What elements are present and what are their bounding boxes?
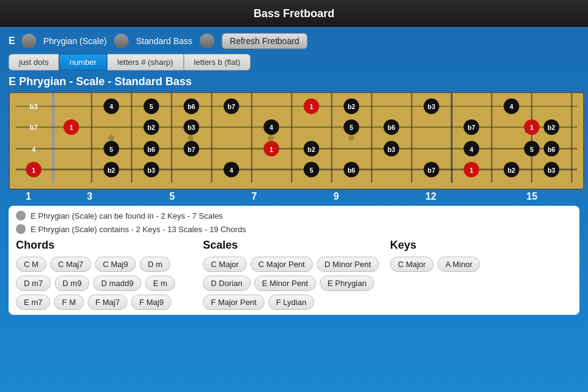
svg-text:b3: b3 [428, 103, 435, 110]
svg-text:b6: b6 [148, 146, 156, 153]
app-title: Bass Fretboard [254, 7, 334, 20]
tab-row: just dots number letters # (sharp) lette… [9, 54, 579, 70]
svg-text:b6: b6 [347, 167, 355, 174]
svg-text:1: 1 [309, 103, 313, 110]
info-row-2: E Phrygian (Scale) contains - 2 Keys - 1… [16, 224, 572, 234]
info-dot-2 [16, 224, 26, 234]
scale-tag[interactable]: D Minor Pent [317, 257, 379, 272]
svg-text:5: 5 [530, 146, 533, 153]
svg-text:4: 4 [32, 145, 36, 153]
scale-tag[interactable]: F Lydian [268, 295, 314, 310]
chords-column: Chords C M C Maj7 C Maj9 D m D m7 D m9 D… [16, 239, 198, 310]
chord-tag[interactable]: F Maj7 [88, 295, 128, 310]
tab-just-dots[interactable]: just dots [9, 54, 59, 70]
svg-text:b2: b2 [548, 124, 556, 131]
scale-label: Phrygian (Scale) [43, 36, 107, 46]
svg-text:b2: b2 [148, 124, 156, 131]
svg-point-21 [349, 135, 355, 141]
svg-text:b7: b7 [428, 167, 435, 174]
controls-row: E Phrygian (Scale) Standard Bass Refresh… [9, 33, 579, 49]
svg-text:b2: b2 [347, 103, 355, 110]
scale-tag[interactable]: C Major [203, 257, 247, 272]
svg-text:1: 1 [470, 167, 473, 174]
svg-text:4: 4 [510, 103, 513, 110]
info-row-1: E Phrygian (Scale) can be found in - 2 K… [16, 211, 572, 221]
key-tag[interactable]: C Major [390, 257, 434, 272]
chord-tag[interactable]: D m9 [55, 276, 89, 291]
svg-text:b7: b7 [29, 123, 38, 131]
svg-text:b3: b3 [29, 102, 38, 110]
svg-text:5: 5 [110, 146, 113, 153]
fret-num-3: 3 [48, 191, 131, 202]
svg-text:4: 4 [110, 103, 113, 110]
chord-tag[interactable]: C Maj9 [95, 257, 136, 272]
chord-tag[interactable]: C M [16, 257, 47, 272]
scale-title: E Phrygian - Scale - Standard Bass [9, 75, 579, 88]
svg-text:b6: b6 [388, 124, 396, 131]
scale-tag[interactable]: E Minor Pent [254, 276, 316, 291]
refresh-button[interactable]: Refresh Fretboard [222, 33, 307, 49]
fret-num-1: 1 [9, 191, 48, 202]
svg-text:b7: b7 [227, 103, 235, 110]
scale-tag[interactable]: D Dorian [203, 276, 250, 291]
svg-text:b2: b2 [307, 146, 315, 153]
svg-text:b3: b3 [388, 146, 396, 153]
scales-title: Scales [203, 239, 385, 252]
fret-num-15: 15 [484, 191, 579, 202]
keys-tags: C Major A Minor [390, 257, 572, 272]
scale-tag[interactable]: F Major Pent [203, 295, 264, 310]
fretboard: b3 4 5 b6 b7 1 b2 b3 4 b7 [9, 92, 579, 190]
chord-tag[interactable]: E m [145, 276, 175, 291]
chord-tag[interactable]: E m7 [16, 295, 50, 310]
info-dot-1 [16, 211, 26, 221]
info-section: E Phrygian (Scale) can be found in - 2 K… [9, 206, 579, 315]
chord-tag[interactable]: D m7 [16, 276, 51, 291]
fret-num-5: 5 [131, 191, 213, 202]
key-toggle[interactable] [21, 34, 36, 48]
svg-text:1: 1 [270, 146, 273, 153]
keys-title: Keys [390, 239, 572, 252]
keys-column: Keys C Major A Minor [390, 239, 572, 310]
chord-tag[interactable]: F M [54, 295, 83, 310]
svg-text:4: 4 [230, 167, 233, 174]
key-label: E [9, 36, 15, 47]
svg-text:5: 5 [309, 167, 313, 174]
tab-number[interactable]: number [59, 54, 107, 70]
chords-title: Chords [16, 239, 198, 252]
main-content: E Phrygian (Scale) Standard Bass Refresh… [0, 27, 588, 392]
tab-letters-flat[interactable]: letters b (flat) [184, 54, 251, 70]
svg-text:b2: b2 [508, 167, 516, 174]
chord-tag[interactable]: D m [140, 257, 170, 272]
chord-tag[interactable]: D madd9 [93, 276, 141, 291]
tuning-toggle[interactable] [200, 34, 214, 48]
key-tag[interactable]: A Minor [437, 257, 480, 272]
scales-tags: C Major C Major Pent D Minor Pent D Dori… [203, 257, 385, 310]
scale-tag[interactable]: C Major Pent [251, 257, 313, 272]
info-text-1: E Phrygian (Scale) can be found in - 2 K… [31, 211, 223, 221]
svg-text:b3: b3 [548, 167, 556, 174]
chords-tags: C M C Maj7 C Maj9 D m D m7 D m9 D madd9 … [16, 257, 198, 310]
svg-text:b7: b7 [187, 146, 195, 153]
svg-text:4: 4 [270, 124, 273, 131]
bottom-section: Chords C M C Maj7 C Maj9 D m D m7 D m9 D… [16, 239, 572, 310]
svg-point-19 [188, 135, 194, 141]
tab-letters-sharp[interactable]: letters # (sharp) [107, 54, 184, 70]
scale-tag[interactable]: E Phrygian [320, 276, 375, 291]
chord-tag[interactable]: C Maj7 [50, 257, 91, 272]
svg-text:b2: b2 [107, 167, 115, 174]
svg-text:1: 1 [69, 124, 73, 131]
svg-text:1: 1 [32, 167, 36, 174]
info-text-2: E Phrygian (Scale) contains - 2 Keys - 1… [31, 225, 246, 234]
svg-point-20 [268, 135, 274, 141]
scale-toggle[interactable] [114, 34, 129, 48]
svg-text:5: 5 [350, 124, 353, 131]
svg-text:b6: b6 [548, 146, 556, 153]
svg-text:b3: b3 [148, 167, 156, 174]
svg-text:5: 5 [149, 103, 153, 110]
svg-point-18 [108, 135, 115, 141]
svg-text:b6: b6 [187, 103, 195, 110]
svg-text:4: 4 [470, 146, 473, 153]
fret-num-9: 9 [295, 191, 377, 202]
chord-tag[interactable]: F Maj9 [131, 295, 172, 310]
svg-text:b7: b7 [467, 124, 475, 131]
